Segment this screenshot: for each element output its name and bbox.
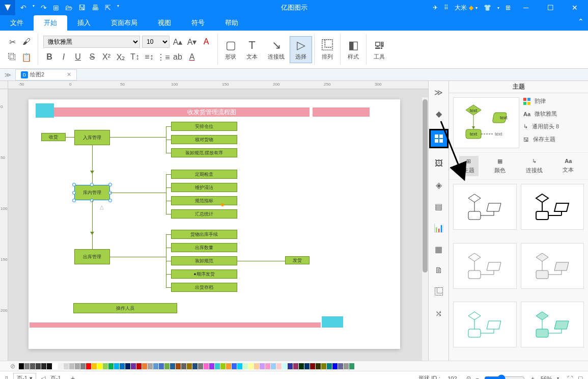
color-swatch[interactable]: [108, 363, 114, 369]
scrollbar-vertical[interactable]: [422, 97, 428, 361]
color-swatch[interactable]: [215, 363, 220, 369]
color-swatch[interactable]: [153, 363, 158, 369]
shuffle-tool-icon[interactable]: ⤭: [433, 307, 445, 319]
color-swatch[interactable]: [41, 363, 46, 369]
page-tool-icon[interactable]: ▤: [433, 200, 445, 212]
menu-help[interactable]: 帮助: [215, 15, 248, 31]
theme-item[interactable]: [521, 302, 584, 347]
send-icon[interactable]: ✈: [433, 4, 438, 11]
theme-item[interactable]: [453, 243, 517, 289]
color-swatch[interactable]: [316, 363, 321, 369]
decoration-cyan-top[interactable]: [36, 103, 54, 118]
share-icon[interactable]: ⠿: [444, 4, 449, 11]
color-swatch[interactable]: [64, 363, 69, 369]
expand-shapes-icon[interactable]: ≫: [0, 71, 15, 78]
layout-tool-icon[interactable]: ⿺: [433, 286, 445, 298]
minimize-button[interactable]: ─: [517, 4, 535, 12]
color-swatch[interactable]: [120, 363, 125, 369]
italic-icon[interactable]: I: [58, 51, 70, 63]
color-swatch[interactable]: [276, 363, 282, 369]
color-swatch[interactable]: [220, 363, 226, 369]
redo-icon[interactable]: ↷: [41, 4, 47, 12]
shape-assign[interactable]: 安排仓位: [171, 122, 237, 131]
color-swatch[interactable]: [327, 363, 332, 369]
color-swatch[interactable]: [260, 363, 265, 369]
tshirt-icon[interactable]: 👕: [484, 4, 491, 11]
color-swatch[interactable]: [187, 363, 192, 369]
cat-text[interactable]: Aa文本: [558, 156, 578, 176]
copy-icon[interactable]: ⿻: [6, 51, 18, 63]
color-swatch[interactable]: [142, 363, 147, 369]
shape-inbound[interactable]: 入库管理: [74, 130, 110, 145]
color-swatch[interactable]: [148, 363, 153, 369]
color-swatch[interactable]: [114, 363, 119, 369]
tools-button[interactable]: 🖳工具: [369, 37, 390, 63]
flowchart-title[interactable]: 收发货管理流程图: [54, 107, 370, 117]
collapse-ribbon-icon[interactable]: ⌃: [578, 17, 584, 25]
color-swatch[interactable]: [136, 363, 142, 369]
export-icon[interactable]: ⇱: [105, 4, 111, 12]
color-swatch[interactable]: [338, 363, 343, 369]
shape-out-qty[interactable]: 出库数量: [171, 243, 237, 252]
color-swatch[interactable]: [97, 363, 102, 369]
zoom-in-icon[interactable]: ＋: [530, 374, 536, 379]
expand-panel-icon[interactable]: ≫: [433, 86, 445, 98]
color-swatch[interactable]: [192, 363, 198, 369]
connector-button[interactable]: ↘连接线: [263, 37, 290, 63]
color-swatch[interactable]: [304, 363, 310, 369]
color-swatch[interactable]: [293, 363, 298, 369]
cat-theme[interactable]: ⊞主题: [459, 156, 479, 176]
color-swatch[interactable]: [86, 363, 91, 369]
page-layout-icon[interactable]: ▯: [5, 375, 8, 379]
color-swatch[interactable]: [198, 363, 203, 369]
color-swatch[interactable]: [131, 363, 136, 369]
theme-item[interactable]: [521, 243, 584, 289]
color-swatch[interactable]: [310, 363, 315, 369]
theme-tool-icon[interactable]: [429, 129, 449, 148]
decoration-pink-bottom[interactable]: [30, 322, 321, 328]
shape-out-proc[interactable]: 货物出库手续: [171, 230, 237, 239]
undo-icon[interactable]: ↶: [20, 4, 26, 12]
text-button[interactable]: T文本: [241, 37, 263, 63]
color-swatch[interactable]: [332, 363, 338, 369]
shape-verify[interactable]: 核对货物: [171, 135, 237, 144]
image-tool-icon[interactable]: 🖼: [433, 157, 445, 170]
shape-operator[interactable]: 操作人员: [73, 303, 177, 313]
fit-page-icon[interactable]: ⛶: [567, 375, 573, 380]
page[interactable]: 收发货管理流程图 收货 入库管理 安排仓位 核对货物 装卸规范.摆放有序: [29, 99, 400, 349]
shape-stock-mgmt[interactable]: 库内管理: [74, 185, 110, 200]
add-page-button[interactable]: ＋: [66, 374, 79, 380]
theme-save[interactable]: 🖫保存主题: [523, 136, 584, 143]
color-swatch[interactable]: [69, 363, 74, 369]
doc-tab-close[interactable]: ✕: [67, 71, 71, 78]
color-swatch[interactable]: [19, 363, 24, 369]
color-swatch[interactable]: [176, 363, 181, 369]
color-swatch[interactable]: [288, 363, 293, 369]
select-button[interactable]: ▷选择: [290, 36, 312, 63]
color-swatch[interactable]: [52, 363, 58, 369]
arrange-button[interactable]: ⿺排列: [317, 37, 338, 63]
color-swatch[interactable]: [125, 363, 130, 369]
color-swatch[interactable]: [237, 363, 242, 369]
shape-spec[interactable]: 规范指标: [171, 196, 237, 205]
color-swatch[interactable]: [92, 363, 97, 369]
color-swatch[interactable]: [80, 363, 86, 369]
color-swatch[interactable]: [170, 363, 175, 369]
doc-tab-1[interactable]: D 绘图2 ✕: [15, 69, 77, 80]
shape-out-arch[interactable]: 出货存档: [171, 283, 237, 292]
cat-color[interactable]: ▦颜色: [490, 156, 510, 176]
font-color-icon[interactable]: A: [200, 36, 212, 48]
shape-check[interactable]: 定期检查: [171, 170, 237, 179]
color-swatch[interactable]: [248, 363, 254, 369]
shape-receive[interactable]: 收货: [41, 133, 66, 141]
theme-prop-connector[interactable]: ↳通用箭头 8: [523, 123, 584, 130]
shape-maint[interactable]: 维护清洁: [171, 183, 237, 192]
bold-icon[interactable]: B: [43, 51, 55, 63]
theme-item[interactable]: [453, 184, 517, 230]
rotate-handle[interactable]: △: [100, 204, 104, 210]
play-icon[interactable]: ⊙: [466, 375, 471, 379]
color-swatch[interactable]: [321, 363, 326, 369]
menu-file[interactable]: 文件: [0, 15, 34, 31]
theme-item[interactable]: [521, 184, 584, 230]
user-menu[interactable]: 大米 ◆ ▾: [455, 4, 478, 12]
